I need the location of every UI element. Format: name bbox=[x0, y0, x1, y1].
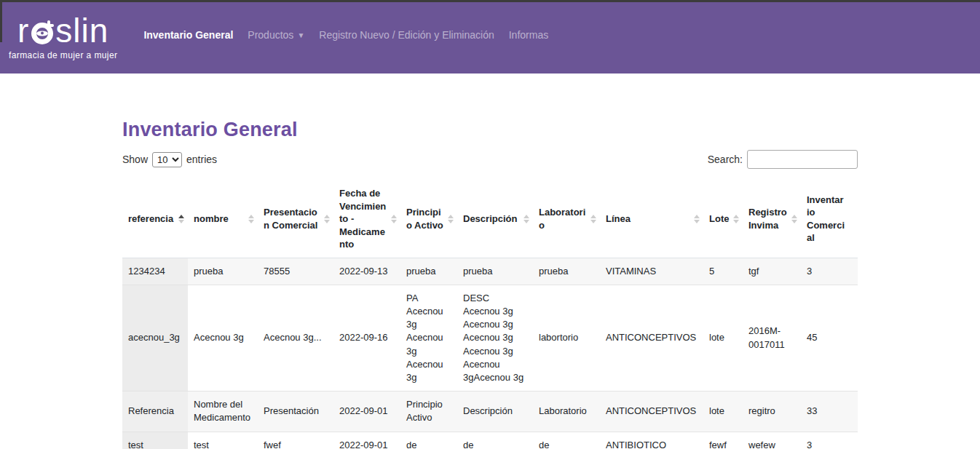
column-header-label: Inventario Comercial bbox=[807, 194, 845, 244]
sort-arrows-icon[interactable] bbox=[448, 215, 454, 223]
column-header-inventario-comercial[interactable]: Inventario Comercial bbox=[801, 180, 858, 258]
column-header-l-nea[interactable]: Línea bbox=[600, 180, 703, 258]
column-header-label: Fecha de Vencimiento - Medicamento bbox=[339, 188, 386, 250]
sort-desc-icon bbox=[324, 220, 330, 223]
cell-inventario-comercial: 33 bbox=[801, 392, 858, 432]
sort-asc-icon bbox=[448, 215, 454, 218]
brand-eye-icon bbox=[36, 31, 48, 36]
column-header-presentacion-comercial[interactable]: Presentacion Comercial bbox=[258, 180, 333, 258]
brand-logo[interactable]: rslin farmacia de mujer a mujer bbox=[9, 14, 117, 60]
column-header-label: Laboratorio bbox=[539, 207, 585, 231]
sort-arrows-icon[interactable] bbox=[391, 215, 397, 223]
nav-item-label: Productos bbox=[248, 29, 293, 41]
column-header-laboratorio[interactable]: Laboratorio bbox=[533, 180, 600, 258]
cell-fecha-de-vencimiento-medicamento: 2022-09-16 bbox=[333, 285, 400, 391]
table-row: testtestfwef2022-09-01dededeANTIBIOTICOf… bbox=[122, 432, 858, 449]
brand-wordmark: rslin bbox=[17, 14, 108, 47]
cell-nombre: Acecnou 3g bbox=[188, 285, 258, 391]
sort-arrows-icon[interactable] bbox=[248, 215, 254, 223]
cell-lote: lote bbox=[703, 285, 743, 391]
nav-item-informas[interactable]: Informas bbox=[503, 23, 554, 47]
column-header-referencia[interactable]: referencia bbox=[122, 180, 188, 258]
cell-inventario-comercial: 3 bbox=[801, 432, 858, 449]
sort-arrows-icon[interactable] bbox=[733, 215, 739, 223]
sort-desc-icon bbox=[733, 220, 739, 223]
nav-item-label: Inventario General bbox=[143, 29, 233, 41]
nav-menu: Inventario GeneralProductos▼Registro Nue… bbox=[138, 23, 554, 47]
column-header-label: Principio Activo bbox=[406, 207, 443, 231]
table-head: referencianombrePresentacion ComercialFe… bbox=[122, 180, 858, 258]
column-header-label: Descripción bbox=[463, 213, 517, 224]
sort-asc-icon bbox=[791, 215, 797, 218]
brand-plus-icon bbox=[44, 20, 54, 31]
cell-principio-activo: de bbox=[400, 432, 457, 449]
cell-nombre: prueba bbox=[188, 258, 258, 285]
cell-l-nea: ANTICONCEPTIVOS bbox=[600, 285, 703, 391]
column-header-label: Presentacion Comercial bbox=[264, 207, 317, 231]
brand-o-cross-icon bbox=[31, 23, 53, 44]
table-row: ReferenciaNombre del MedicamentoPresenta… bbox=[122, 392, 858, 432]
nav-item-label: Registro Nuevo / Edición y Eliminación bbox=[319, 29, 494, 41]
page-length-select[interactable]: 10 bbox=[152, 152, 182, 167]
cell-laboratorio: Laboratorio bbox=[533, 392, 600, 432]
caret-down-icon: ▼ bbox=[297, 31, 304, 39]
cell-registro-invima: wefew bbox=[743, 432, 801, 449]
cell-laboratorio: labortorio bbox=[533, 285, 600, 391]
sort-arrows-icon[interactable] bbox=[324, 215, 330, 223]
nav-item-label: Informas bbox=[509, 29, 548, 41]
cell-inventario-comercial: 45 bbox=[801, 285, 858, 391]
cell-referencia: Referencia bbox=[122, 392, 188, 432]
cell-referencia: acecnou_3g bbox=[122, 285, 188, 391]
show-label: Show bbox=[122, 154, 148, 165]
sort-asc-icon bbox=[324, 215, 330, 218]
column-header-fecha-de-vencimiento-medicamento[interactable]: Fecha de Vencimiento - Medicamento bbox=[333, 180, 400, 258]
sort-asc-icon bbox=[523, 215, 529, 218]
sort-asc-icon bbox=[733, 215, 739, 218]
entries-label: entries bbox=[186, 154, 217, 165]
column-header-nombre[interactable]: nombre bbox=[188, 180, 258, 258]
column-header-label: referencia bbox=[128, 213, 173, 224]
column-header-registro-invima[interactable]: Registro Invima bbox=[743, 180, 801, 258]
cell-l-nea: ANTICONCEPTIVOS bbox=[600, 392, 703, 432]
inventory-table: referencianombrePresentacion ComercialFe… bbox=[122, 180, 858, 449]
cell-inventario-comercial: 3 bbox=[801, 258, 858, 285]
cell-principio-activo: Principio Activo bbox=[400, 392, 457, 432]
sort-asc-icon bbox=[391, 215, 397, 218]
table-row: acecnou_3gAcecnou 3gAcecnou 3g...2022-09… bbox=[122, 285, 858, 391]
cell-referencia: 1234234 bbox=[122, 258, 188, 285]
column-header-principio-activo[interactable]: Principio Activo bbox=[400, 180, 457, 258]
cell-l-nea: ANTIBIOTICO bbox=[600, 432, 703, 449]
nav-item-inventario-general[interactable]: Inventario General bbox=[138, 23, 239, 47]
column-header-descripci-n[interactable]: Descripción bbox=[457, 180, 533, 258]
cell-l-nea: VITAMINAS bbox=[600, 258, 703, 285]
sort-arrows-icon[interactable] bbox=[694, 215, 700, 223]
table-header-row: referencianombrePresentacion ComercialFe… bbox=[122, 180, 858, 258]
sort-desc-icon bbox=[694, 220, 700, 223]
cell-registro-invima: tgf bbox=[743, 258, 801, 285]
sort-desc-icon bbox=[178, 220, 184, 223]
sort-arrows-icon[interactable] bbox=[178, 215, 184, 223]
sort-desc-icon bbox=[448, 220, 454, 223]
cell-fecha-de-vencimiento-medicamento: 2022-09-01 bbox=[333, 392, 400, 432]
sort-arrows-icon[interactable] bbox=[523, 215, 529, 223]
nav-item-productos[interactable]: Productos▼ bbox=[242, 23, 310, 47]
sort-arrows-icon[interactable] bbox=[791, 215, 797, 223]
sort-asc-icon bbox=[694, 215, 700, 218]
nav-item-registro-nuevo-edici-n-y-eliminaci-n[interactable]: Registro Nuevo / Edición y Eliminación bbox=[313, 23, 499, 47]
cell-principio-activo: PA Acecnou 3g Acecnou 3g Acecnou 3g bbox=[400, 285, 457, 391]
window-edge-left bbox=[0, 0, 2, 42]
cell-presentacion-comercial: fwef bbox=[258, 432, 333, 449]
window-edge-top bbox=[0, 0, 980, 2]
cell-lote: lote bbox=[703, 392, 743, 432]
search-input[interactable] bbox=[747, 150, 858, 169]
sort-arrows-icon[interactable] bbox=[590, 215, 596, 223]
sort-desc-icon bbox=[590, 220, 596, 223]
cell-presentacion-comercial: 78555 bbox=[258, 258, 333, 285]
cell-presentacion-comercial: Presentación bbox=[258, 392, 333, 432]
cell-fecha-de-vencimiento-medicamento: 2022-09-13 bbox=[333, 258, 400, 285]
column-header-label: nombre bbox=[194, 213, 229, 224]
search-control: Search: bbox=[708, 150, 858, 169]
top-navbar: rslin farmacia de mujer a mujer Inventar… bbox=[0, 0, 980, 73]
column-header-lote[interactable]: Lote bbox=[703, 180, 743, 258]
page-length-control: Show 10 entries bbox=[122, 152, 217, 167]
